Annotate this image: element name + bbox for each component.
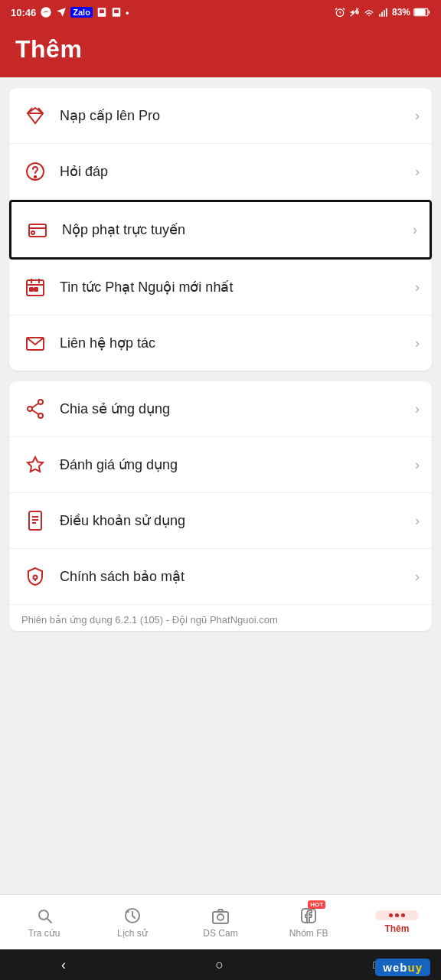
svg-point-30 [38,400,43,404]
nop-phat-label: Nộp phạt trực tuyến [62,221,413,238]
nap-cap-label: Nạp cấp lên Pro [60,107,415,124]
svg-point-46 [217,914,224,920]
telegram-icon [56,7,67,18]
history-nav-icon [123,906,142,925]
svg-rect-28 [34,288,38,291]
menu-item-chinh-sach[interactable]: Chính sách bảo mật › [9,549,432,605]
menu-item-nop-phat[interactable]: Nộp phạt trực tuyến › [9,200,432,260]
svg-rect-9 [384,10,385,17]
chevron-icon: › [415,164,420,180]
svg-point-40 [34,576,38,580]
svg-point-32 [38,413,43,418]
camera-nav-icon [211,906,230,925]
chevron-icon: › [415,457,420,473]
nav-item-tra-cuu[interactable]: Tra cứu [0,895,88,949]
chevron-icon: › [415,513,420,529]
diamond-icon [21,102,49,129]
star-icon [21,451,49,479]
battery-display: 83% [392,7,410,18]
hot-badge: HOT [308,900,325,909]
mute-icon [349,7,360,18]
nhom-fb-label: Nhóm FB [289,928,328,939]
chinh-sach-label: Chính sách bảo mật [60,568,415,585]
menu-group-1: Nạp cấp lên Pro › Hỏi đáp › [9,88,432,371]
payment-icon [24,216,51,243]
signal-icon [378,7,389,18]
shield-lock-icon [21,563,49,590]
nav-item-lich-su[interactable]: Lịch sử [88,895,176,949]
menu-item-nap-cap[interactable]: Nạp cấp lên Pro › [9,88,432,144]
svg-rect-7 [379,14,381,17]
sim-icon [96,7,107,18]
chevron-icon: › [415,279,420,296]
dot-indicator: • [126,7,129,18]
battery-icon [413,8,430,17]
svg-rect-13 [429,11,430,15]
svg-line-33 [32,403,38,408]
wifi-icon [363,6,375,18]
them-label: Thêm [384,923,409,934]
status-left: 10:46 Zalo • [11,6,129,18]
svg-rect-27 [30,288,33,291]
svg-point-42 [39,910,48,920]
danh-gia-label: Đánh giá ứng dụng [60,456,415,473]
svg-point-6 [368,15,370,17]
main-content: Nạp cấp lên Pro › Hỏi đáp › [0,77,441,894]
bottom-nav: Tra cứu Lịch sử DS Cam HOT Nhóm FB [0,894,441,949]
svg-marker-35 [28,457,43,472]
svg-point-19 [34,176,36,178]
back-button[interactable]: ‹ [61,957,66,973]
menu-item-lien-he[interactable]: Liên hệ hợp tác › [9,315,432,371]
home-button[interactable]: ○ [215,957,224,973]
svg-rect-8 [381,11,383,16]
zalo-icon: Zalo [70,7,93,18]
svg-line-34 [32,410,38,415]
version-info: Phiên bản ứng dụng 6.2.1 (105) - Đội ngũ… [9,605,432,631]
nav-item-nhom-fb[interactable]: HOT Nhóm FB [265,895,353,949]
menu-item-hoi-dap[interactable]: Hỏi đáp › [9,144,432,200]
menu-item-danh-gia[interactable]: Đánh giá ứng dụng › [9,437,432,493]
svg-rect-2 [100,10,104,14]
version-text: Phiên bản ứng dụng 6.2.1 (105) - Đội ngũ… [21,614,278,626]
menu-item-dieu-khoan[interactable]: Điều khoản sử dụng › [9,493,432,549]
menu-group-2: Chia sẻ ứng dụng › Đánh giá ứng dụng › [9,381,432,631]
svg-point-22 [31,231,34,234]
chia-se-label: Chia sẻ ứng dụng [60,400,415,417]
menu-item-tin-tuc[interactable]: Tin tức Phạt Nguội mới nhất › [9,260,432,315]
svg-rect-20 [29,224,46,237]
status-bar: 10:46 Zalo • 83% [0,0,441,24]
chevron-icon: › [415,569,420,585]
search-nav-icon [35,906,54,925]
menu-item-chia-se[interactable]: Chia sẻ ứng dụng › [9,381,432,437]
chevron-icon: › [413,222,417,238]
nav-item-ds-cam[interactable]: DS Cam [176,895,264,949]
tin-tuc-label: Tin tức Phạt Nguội mới nhất [60,279,415,296]
svg-line-43 [47,919,51,923]
chevron-icon: › [415,335,420,351]
header: Thêm [0,24,441,77]
more-nav-icon [375,910,419,920]
lien-he-label: Liên hệ hợp tác [60,335,415,351]
page-title: Thêm [15,35,426,64]
dieu-khoan-label: Điều khoản sử dụng [60,512,415,529]
svg-rect-4 [114,10,119,14]
webuy-logo: webuy [383,961,423,974]
chevron-icon: › [415,401,420,417]
mail-icon [21,329,49,357]
document-icon [21,507,49,534]
fb-nav-icon: HOT [299,906,318,925]
ds-cam-label: DS Cam [203,928,237,939]
svg-rect-10 [386,8,387,17]
chevron-icon: › [415,108,420,124]
hoi-dap-label: Hỏi đáp [60,163,415,180]
system-nav-bar: ‹ ○ □ webuy [0,949,441,980]
calendar-icon [21,273,49,301]
nav-item-them[interactable]: Thêm [353,895,441,949]
lich-su-label: Lịch sử [117,928,148,939]
question-icon [21,158,49,185]
svg-point-31 [28,407,32,411]
svg-rect-12 [415,9,426,15]
tra-cuu-label: Tra cứu [28,928,60,939]
status-right: 83% [334,6,430,18]
time-display: 10:46 [11,7,36,18]
